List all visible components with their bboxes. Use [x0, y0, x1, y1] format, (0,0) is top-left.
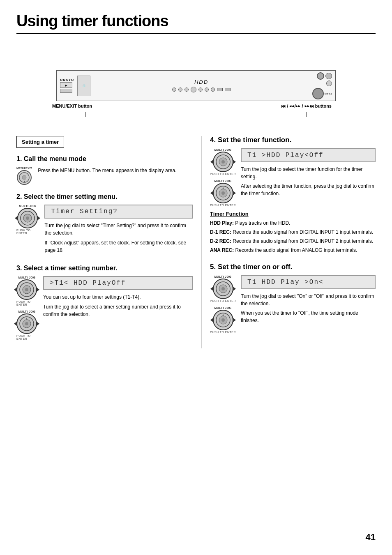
- step5-text: Turn the jog dial to select "On" or "Off…: [241, 292, 376, 326]
- step3-right: >T1< HDD PlayOff You can set up to four …: [43, 276, 193, 320]
- brand-label: ONKYO: [60, 78, 74, 82]
- step5-dial1-label-bottom: PUSH TO ENTER: [210, 299, 236, 302]
- play-btn: [317, 72, 324, 80]
- ctrl-rect-2: [225, 88, 231, 91]
- menu-exit-line: [85, 112, 85, 117]
- setting-timer-box: Setting a timer: [16, 136, 64, 148]
- timer-function-block: Timer Function HDD Play: Plays tracks on…: [210, 211, 376, 254]
- step3-dial1-label-top: MULTI JOG: [18, 276, 35, 279]
- step4-dials: MULTI JOG PUSH TO ENTER M: [210, 148, 236, 207]
- step1-container: 1. Call the menu mode MENU/EXIT: [16, 155, 193, 185]
- ctrl-btn-2: [178, 88, 182, 92]
- step4-heading: 4. Set the timer function.: [210, 136, 376, 144]
- step4-dial1-wrap: MULTI JOG PUSH TO ENTER: [210, 148, 236, 175]
- menu-exit-icon: [17, 170, 32, 185]
- timer-item-2: D-2 REC: Records the audio signal from D…: [210, 237, 376, 245]
- step5-dial1-label-top: MULTI JOG: [214, 275, 231, 278]
- ctrl-btn-3: [184, 88, 189, 92]
- step3-dials: MULTI JOG PUSH TO ENTER M: [16, 276, 37, 340]
- page-title: Using timer functions: [16, 12, 376, 30]
- step4-dial2-label-bottom: PUSH TO ENTER: [210, 204, 236, 207]
- step4-text: Turn the jog dial to select the timer fu…: [241, 166, 376, 199]
- step5-dial1-wrap: MULTI JOG PUSH TO ENTER: [210, 275, 236, 302]
- step2-text: Turn the jog dial to select "Timer Setti…: [44, 222, 193, 256]
- step4-dial1-icon: [213, 152, 233, 172]
- ctrl-btn-1: [172, 88, 176, 92]
- nav-btn-1: [326, 81, 332, 86]
- step4-dial1-label-bottom: PUSH TO ENTER: [210, 173, 236, 175]
- timer-item-3: ANA REC: Records the audio signal from A…: [210, 246, 376, 254]
- step1-layout: MENU/EXIT Press the MENU button. The men…: [16, 167, 193, 185]
- step1-text: Press the MENU button. The menu appears …: [38, 167, 193, 177]
- ctrl-btn-5: [198, 88, 203, 92]
- step2-dial-wrap: MULTI JOG PUSH TO ENTER: [16, 205, 39, 235]
- step5-row: MULTI JOG PUSH TO ENTER M: [210, 275, 376, 334]
- step3-heading: 3. Select a timer setting number.: [16, 265, 193, 272]
- step2-container: 2. Select the timer setting menu. MULTI …: [16, 193, 193, 256]
- step3-dial1-icon: [16, 279, 37, 300]
- label-nav-buttons: ⏮ / ◀◀/▶▶ / ▶▶⏭ buttons: [281, 104, 332, 108]
- right-column: 4. Set the timer function. MULTI JOG: [210, 136, 376, 348]
- step3-dial1-wrap: MULTI JOG PUSH TO ENTER: [16, 276, 37, 306]
- step5-dial2-label-bottom: PUSH TO ENTER: [210, 331, 236, 334]
- step4-content: T1 >HDD Play<Off Turn the jog dial to se…: [241, 148, 376, 199]
- step5-dial2-wrap: MULTI JOG PUSH TO ENTER: [210, 306, 236, 334]
- step1-heading: 1. Call the menu mode: [16, 155, 193, 163]
- page-number: 41: [366, 532, 376, 543]
- title-divider: [16, 33, 376, 34]
- step2-display: Timer Setting?: [44, 205, 193, 219]
- diagram-wrapper: MULTI JOG dial PLAY MODE/YES button ONKY…: [52, 46, 340, 124]
- svg-point-7: [25, 288, 28, 291]
- step2-dial-label-bottom: PUSH TO ENTER: [16, 229, 39, 235]
- step3-dial2-wrap: MULTI JOG PUSH TO ENTER: [16, 310, 37, 340]
- step4-dial2-wrap: MULTI JOG PUSH TO ENTER: [210, 180, 236, 207]
- step5-heading: 5. Set the timer on or off.: [210, 263, 376, 271]
- hdd-label: HDD: [194, 79, 208, 85]
- step4-row: MULTI JOG PUSH TO ENTER M: [210, 148, 376, 207]
- step3-dial2-icon: [16, 313, 37, 334]
- step3-outer: MULTI JOG PUSH TO ENTER M: [16, 276, 193, 340]
- main-content: Setting a timer 1. Call the menu mode ME…: [16, 136, 376, 348]
- step3-dial1-label-bottom: PUSH TO ENTER: [16, 300, 37, 306]
- step5-display: T1 HDD Play >On<: [241, 275, 376, 289]
- stop-btn: [325, 73, 332, 79]
- step3-container: 3. Select a timer setting number. MULTI …: [16, 265, 193, 340]
- step4-dial2-label-top: MULTI JOG: [214, 180, 231, 182]
- svg-point-4: [26, 216, 29, 220]
- step5-dials: MULTI JOG PUSH TO ENTER M: [210, 275, 236, 334]
- device-box: ONKYO ▶ 💿 HDD: [56, 70, 336, 101]
- step2-heading: 2. Select the timer setting menu.: [16, 193, 193, 200]
- step5-section: 5. Set the timer on or off. MULTI JOG: [210, 263, 376, 334]
- step2-right: Timer Setting? Turn the jog dial to sele…: [44, 205, 193, 256]
- step5-dial1-icon: [213, 279, 233, 299]
- svg-point-22: [221, 318, 225, 322]
- step2-dial-label-top: MULTI JOG: [19, 205, 36, 207]
- device-center: HDD: [90, 79, 312, 92]
- step4-dial1-label-top: MULTI JOG: [214, 148, 231, 151]
- device-right: MB-S1: [312, 72, 332, 99]
- ctrl-rect-1: [217, 88, 223, 91]
- menu-exit-icon-wrap: MENU/EXIT: [16, 167, 32, 185]
- device-left: ONKYO ▶ 💿: [60, 76, 90, 96]
- timer-function-heading: Timer Function: [210, 211, 376, 217]
- device-diagram-area: MULTI JOG dial PLAY MODE/YES button ONKY…: [16, 46, 376, 124]
- step4-display: T1 >HDD Play<Off: [241, 148, 376, 162]
- timer-item-0: HDD Play: Plays tracks on the HDD.: [210, 219, 376, 227]
- step3-text: You can set up to four timer settings (T…: [43, 293, 193, 320]
- menu-exit-label: MENU/EXIT: [16, 167, 32, 170]
- left-column: Setting a timer 1. Call the menu mode ME…: [16, 136, 193, 348]
- column-divider: [201, 136, 202, 348]
- svg-point-16: [221, 191, 225, 195]
- step3-display: >T1< HDD PlayOff: [43, 276, 193, 290]
- ctrl-btn-7: [211, 88, 215, 92]
- step4-dial2-icon: [213, 183, 233, 203]
- svg-point-13: [221, 160, 225, 164]
- ctrl-btn-6: [205, 88, 209, 92]
- page-container: Using timer functions MULTI JOG dial PLA…: [0, 0, 392, 555]
- svg-point-10: [25, 322, 28, 325]
- step3-dial2-label-top: MULTI JOG: [18, 310, 35, 313]
- step5-content: T1 HDD Play >On< Turn the jog dial to se…: [241, 275, 376, 326]
- step2-dial-icon: [17, 208, 38, 228]
- timer-function-items: HDD Play: Plays tracks on the HDD. D-1 R…: [210, 219, 376, 254]
- step5-dial2-icon: [213, 310, 233, 330]
